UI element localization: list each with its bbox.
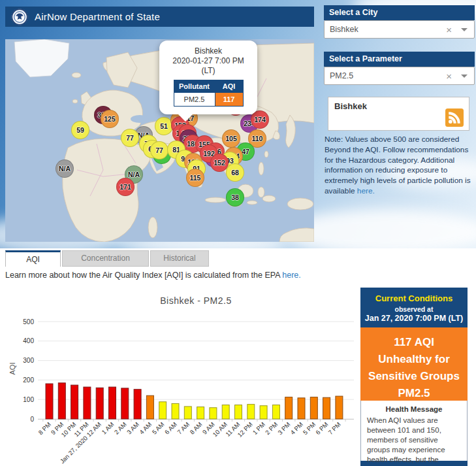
aqi-marker-105[interactable]: 105 — [222, 129, 240, 148]
x-axis-label: 3 PM — [276, 421, 292, 437]
bar-1-AM[interactable] — [109, 387, 116, 419]
bar-3-AM[interactable] — [134, 390, 141, 419]
world-map[interactable]: 30512559N/A77776277N/AN/A171511111171531… — [5, 39, 314, 242]
city-select[interactable]: Bishkek × — [324, 20, 475, 39]
aqi-marker-77[interactable]: 77 — [150, 141, 168, 159]
bar-5-AM[interactable] — [159, 402, 167, 419]
bar-4-AM[interactable] — [146, 395, 153, 419]
bar-6-AM[interactable] — [172, 403, 179, 419]
aqi-marker-171[interactable]: 171 — [116, 178, 135, 196]
rss-feed-icon[interactable] — [445, 108, 464, 127]
bar-5-PM[interactable] — [310, 397, 317, 419]
bar-9-AM[interactable] — [210, 408, 217, 419]
bar-12-PM[interactable] — [247, 405, 255, 419]
bar-7-PM[interactable] — [336, 396, 343, 419]
y-axis-title: AQI — [8, 363, 16, 375]
bar-8-PM[interactable] — [46, 384, 53, 419]
note-text: Note: Values above 500 are considered Be… — [325, 135, 471, 195]
aqi-marker-68[interactable]: 68 — [226, 163, 244, 182]
x-axis-label: 2 PM — [264, 421, 279, 437]
bar-6-PM[interactable] — [323, 397, 330, 419]
aqi-note: Note: Values above 500 are considered Be… — [325, 135, 473, 197]
x-axis-label: 7 AM — [176, 421, 191, 436]
popup-pollutant-header: Pollutant — [174, 80, 215, 93]
app-title: AirNow Department of State — [35, 11, 160, 22]
rss-city-title: Bishkek — [334, 101, 367, 111]
note-here-link[interactable]: here. — [357, 186, 375, 195]
current-conditions-title: Current Conditions — [360, 293, 468, 303]
aqi-category-line-2: Sensitive Groups — [360, 368, 468, 385]
current-conditions-panel: Current Conditions observed at Jan 27, 2… — [360, 288, 468, 466]
popup-table: Pollutant AQI PM2.5 117 — [174, 80, 244, 107]
bar-9-PM[interactable] — [58, 383, 65, 419]
popup-aqi-header: AQI — [215, 80, 243, 93]
city-select-value: Bishkek — [330, 25, 446, 34]
x-axis-label: 1 AM — [100, 421, 115, 436]
bar-2-AM[interactable] — [121, 388, 129, 419]
popup-pollutant-value: PM2.5 — [174, 93, 215, 107]
learn-more-here-link[interactable]: here. — [282, 271, 301, 280]
x-axis-label: 3 AM — [125, 421, 140, 436]
bar-Jan-27--2020-12-AM[interactable] — [96, 388, 103, 419]
y-tick-label: 100 — [23, 396, 34, 403]
aqi-value-line: 117 AQI — [360, 334, 468, 351]
aqi-marker-NA[interactable]: N/A — [56, 159, 74, 178]
x-axis-label: 4 PM — [289, 421, 304, 437]
y-tick-label: 400 — [23, 337, 34, 344]
chart-title: Bishkek - PM2.5 — [38, 295, 354, 306]
aqi-marker-77[interactable]: 77 — [121, 129, 139, 147]
x-axis-label: 8 PM — [37, 421, 52, 437]
select-parameter-header: Select a Parameter — [324, 52, 475, 67]
y-tick-label: 0 — [30, 416, 34, 423]
popup-city: Bishkek — [159, 46, 257, 56]
chevron-down-icon[interactable] — [461, 75, 468, 81]
health-message-box: Health Message When AQI values are betwe… — [360, 401, 468, 461]
bar-7-AM[interactable] — [184, 407, 191, 419]
aqi-marker-38[interactable]: 38 — [226, 188, 244, 207]
bar-4-PM[interactable] — [298, 398, 305, 419]
aqi-marker-125[interactable]: 125 — [101, 110, 119, 128]
aqi-marker-115[interactable]: 115 — [186, 169, 204, 187]
x-axis-label: 2 AM — [113, 421, 128, 436]
select-city-header: Select a City — [324, 5, 475, 20]
popup-aqi-value: 117 — [215, 93, 243, 107]
bar-3-PM[interactable] — [285, 397, 293, 419]
y-tick-label: 500 — [23, 318, 34, 325]
clear-parameter-icon[interactable]: × — [446, 71, 452, 82]
popup-datetime: 2020-01-27 7:00 PM (LT) — [172, 56, 245, 76]
aqi-bar-chart: Bishkek - PM2.5 AQI 01002003004005008 PM… — [5, 288, 360, 466]
x-axis-label: 5 PM — [302, 421, 317, 437]
x-axis-label: 6 AM — [163, 421, 178, 436]
parameter-select-value: PM2.5 — [330, 71, 446, 80]
aqi-category-line-1: Unhealthy for — [360, 351, 468, 368]
bar-1-PM[interactable] — [260, 406, 267, 419]
chart-plot-area: 01002003004005008 PM9 PM10 PM11 PMJan 27… — [5, 288, 360, 466]
x-axis-label: 1 PM — [251, 421, 267, 437]
observed-time: Jan 27, 2020 7:00 PM (LT) — [360, 314, 468, 323]
clear-city-icon[interactable]: × — [446, 24, 452, 35]
bar-2-PM[interactable] — [272, 405, 279, 419]
aqi-category-block: 117 AQI Unhealthy for Sensitive Groups P… — [360, 327, 468, 401]
aqi-parameter-line: PM2.5 — [360, 385, 468, 402]
x-axis-label: 4 AM — [138, 421, 153, 436]
y-tick-label: 300 — [23, 357, 34, 364]
health-message-text: When AQI values are between 101 and 150,… — [361, 413, 467, 466]
x-axis-label: 8 AM — [188, 421, 203, 436]
bar-8-AM[interactable] — [197, 407, 204, 419]
x-axis-label: 7 PM — [326, 421, 342, 437]
bar-10-PM[interactable] — [71, 385, 78, 419]
aqi-marker-59[interactable]: 59 — [71, 121, 89, 139]
map-popup[interactable]: Bishkek 2020-01-27 7:00 PM (LT) Pollutan… — [159, 41, 257, 114]
bar-10-AM[interactable] — [222, 405, 229, 419]
parameter-select[interactable]: PM2.5 × — [324, 67, 475, 85]
x-axis-label: 5 AM — [151, 421, 166, 436]
current-conditions-header: Current Conditions observed at Jan 27, 2… — [360, 288, 468, 327]
tab-concentration[interactable]: Concentration — [62, 250, 149, 267]
tab-historical[interactable]: Historical — [150, 250, 209, 267]
chevron-down-icon[interactable] — [461, 28, 468, 35]
tab-aqi[interactable]: AQI — [5, 250, 61, 267]
bar-11-AM[interactable] — [235, 405, 242, 419]
app-header: AirNow Department of State — [5, 7, 314, 27]
x-axis-label: 6 PM — [314, 421, 330, 437]
bar-11-PM[interactable] — [84, 387, 91, 419]
